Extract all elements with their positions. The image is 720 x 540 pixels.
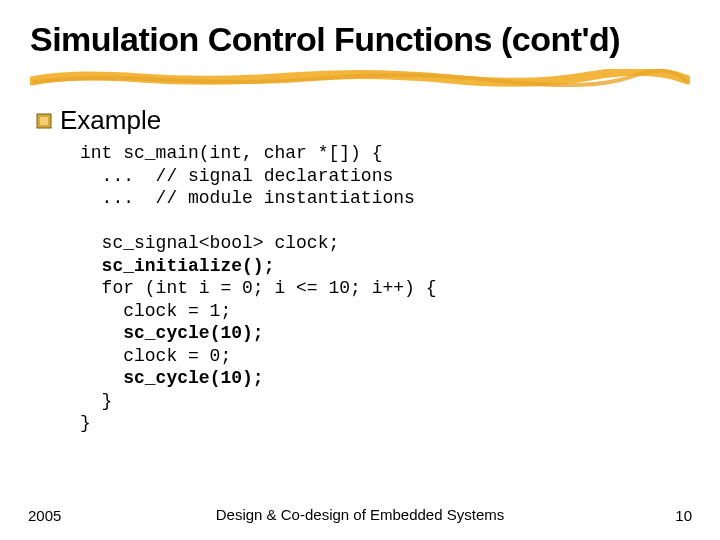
code-line: }: [80, 413, 91, 433]
bullet-example: Example: [36, 105, 690, 136]
code-line: }: [80, 391, 112, 411]
code-emph: sc_initialize();: [102, 256, 275, 276]
code-emph: sc_cycle(10);: [123, 368, 263, 388]
code-line: ... // signal declarations: [80, 166, 393, 186]
bullet-square-icon: [36, 113, 52, 129]
svg-rect-1: [40, 117, 48, 125]
slide-footer: 2005 Design & Co-design of Embedded Syst…: [0, 507, 720, 524]
code-emph: sc_cycle(10);: [123, 323, 263, 343]
code-line: sc_signal<bool> clock;: [80, 233, 339, 253]
code-line: clock = 0;: [80, 346, 231, 366]
code-line: for (int i = 0; i <= 10; i++) {: [80, 278, 436, 298]
code-line: clock = 1;: [80, 301, 231, 321]
code-line: [80, 368, 123, 388]
code-line: [80, 323, 123, 343]
code-block: int sc_main(int, char *[]) { ... // sign…: [80, 142, 690, 435]
code-line: [80, 256, 102, 276]
code-line: ... // module instantiations: [80, 188, 415, 208]
footer-year: 2005: [28, 507, 61, 524]
slide-title: Simulation Control Functions (cont'd): [30, 20, 690, 59]
slide: Simulation Control Functions (cont'd) Ex…: [0, 0, 720, 540]
slide-number: 10: [675, 507, 692, 524]
title-underline: [30, 69, 690, 87]
bullet-label: Example: [60, 105, 161, 136]
footer-title: Design & Co-design of Embedded Systems: [200, 506, 520, 524]
code-line: int sc_main(int, char *[]) {: [80, 143, 382, 163]
